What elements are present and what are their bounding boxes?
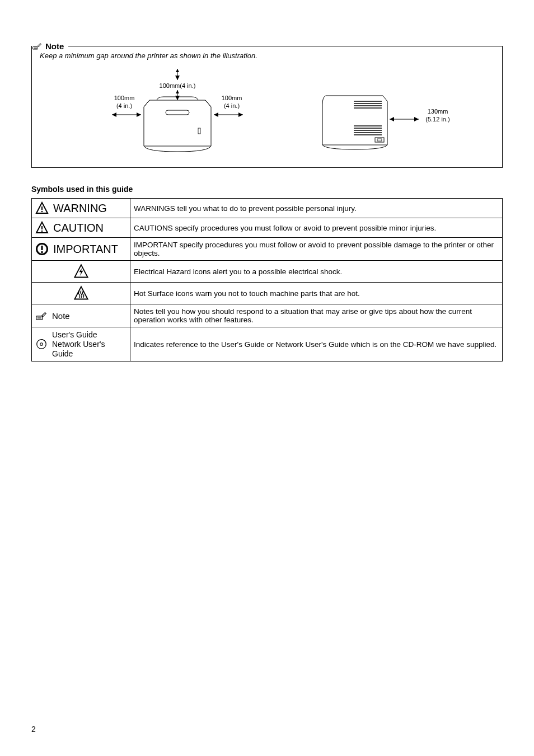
table-row: Electrical Hazard icons alert you to a p…	[32, 261, 503, 283]
caution-label: CAUTION	[53, 222, 104, 234]
hot-surface-icon	[73, 285, 89, 301]
caution-triangle-icon	[35, 221, 49, 234]
note-pencil-icon	[32, 41, 42, 51]
note-row-label: Note	[52, 311, 70, 321]
table-row: IMPORTANT IMPORTANT specify procedures y…	[32, 238, 503, 261]
electrical-hazard-icon	[73, 264, 89, 279]
important-desc: IMPORTANT specify procedures you must fo…	[130, 238, 503, 261]
svg-rect-43	[36, 316, 43, 320]
table-row: User's Guide Network User's Guide Indica…	[32, 327, 503, 361]
guide-label-3: Guide	[52, 349, 105, 359]
note-callout-box: Note Keep a minimum gap around the print…	[31, 46, 503, 168]
hot-desc: Hot Surface icons warn you not to touch …	[130, 283, 503, 304]
svg-point-36	[41, 231, 43, 232]
cd-rom-icon	[35, 338, 48, 350]
clearance-illustration: 100mm(4 in.) 100mm (4 in.) 100mm (4 in.)	[38, 68, 496, 157]
note-desc: Notes tell you how you should respond to…	[130, 304, 503, 327]
svg-line-3	[38, 46, 39, 47]
svg-rect-11	[166, 110, 189, 115]
svg-point-34	[41, 211, 43, 213]
svg-marker-17	[214, 112, 218, 117]
svg-marker-31	[390, 117, 394, 121]
svg-rect-29	[377, 139, 382, 141]
svg-rect-28	[375, 138, 384, 142]
dim-left-in: (4 in.)	[116, 102, 132, 109]
caution-desc: CAUTIONS specify procedures you must fol…	[130, 218, 503, 238]
dim-right-mm: 100mm	[222, 95, 242, 101]
warning-desc: WARNINGS tell you what to do to prevent …	[130, 199, 503, 218]
svg-marker-10	[176, 90, 179, 93]
important-circle-icon	[35, 242, 49, 256]
svg-marker-9	[175, 96, 180, 100]
svg-rect-0	[33, 47, 38, 50]
symbols-heading: Symbols used in this guide	[31, 185, 503, 194]
dim-back-in: (5.12 in.)	[425, 116, 449, 123]
symbols-table: WARNING WARNINGS tell you what to do to …	[31, 198, 503, 361]
guide-desc: Indicates reference to the User's Guide …	[130, 327, 503, 361]
table-row: Note Notes tell you how you should respo…	[32, 304, 503, 327]
svg-marker-18	[238, 112, 243, 117]
svg-marker-7	[176, 69, 179, 72]
svg-marker-32	[414, 117, 419, 121]
table-row: Hot Surface icons warn you not to touch …	[32, 283, 503, 304]
note-title: Note	[45, 41, 64, 51]
dim-top: 100mm(4 in.)	[160, 82, 196, 89]
svg-marker-5	[175, 76, 180, 80]
svg-rect-12	[198, 128, 200, 134]
dim-right-in: (4 in.)	[224, 102, 240, 109]
dim-left-mm: 100mm	[114, 95, 135, 101]
svg-marker-15	[137, 112, 141, 117]
table-row: CAUTION CAUTIONS specify procedures you …	[32, 218, 503, 238]
table-row: WARNING WARNINGS tell you what to do to …	[32, 199, 503, 218]
dim-back-mm: 130mm	[428, 108, 448, 115]
electrical-desc: Electrical Hazard icons alert you to a p…	[130, 261, 503, 283]
important-label: IMPORTANT	[53, 243, 118, 256]
page-number: 2	[31, 725, 36, 734]
note-header: Note	[31, 39, 503, 53]
note-body-text: Keep a minimum gap around the printer as…	[40, 51, 496, 60]
printer-side-clearance-diagram: 130mm (5.12 in.)	[315, 84, 460, 157]
svg-point-42	[41, 251, 43, 253]
guide-label-1: User's Guide	[52, 330, 105, 340]
printer-front-clearance-diagram: 100mm(4 in.) 100mm (4 in.) 100mm (4 in.)	[74, 68, 281, 157]
note-pencil-icon	[35, 309, 48, 322]
guide-label-stack: User's Guide Network User's Guide	[52, 330, 105, 358]
warning-label: WARNING	[53, 202, 107, 215]
guide-label-2: Network User's	[52, 340, 105, 349]
warning-triangle-icon	[35, 201, 49, 215]
svg-marker-14	[112, 112, 116, 117]
svg-point-47	[40, 343, 43, 346]
